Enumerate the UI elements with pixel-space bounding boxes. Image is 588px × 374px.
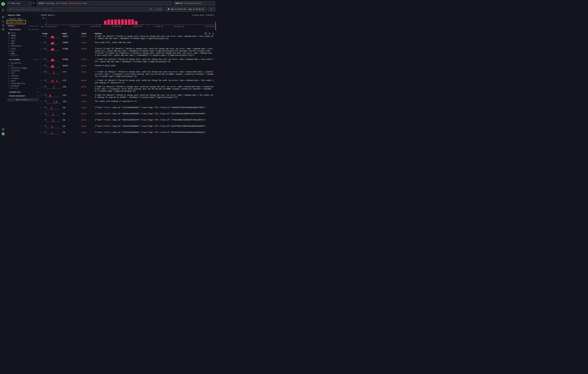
histogram-bar[interactable] [135,21,137,25]
row-expand-chevron-icon[interactable] [40,112,43,115]
table-row[interactable]: 60~58error{"level":"error","span_id":"b9… [40,136,215,138]
service-item-cainjector[interactable]: cainjector [8,70,21,72]
collapse-panel-icon[interactable] [2,9,4,11]
row-expand-chevron-icon[interactable] [40,131,43,134]
row-expand-chevron-icon[interactable] [40,48,43,50]
row-pattern[interactable]: ×{"code":13,"details":"failed to charge … [95,58,215,63]
row-pattern[interactable]: {"code":13,"details":"failed to charge c… [95,94,215,98]
checkbox-icon[interactable] [8,43,10,44]
checkbox-icon[interactable] [8,75,10,77]
checkbox-icon[interactable] [8,53,10,54]
histogram-bar[interactable] [128,19,131,25]
scopeversion-group-header[interactable]: › ScopeVersion [8,91,39,93]
service-item-accounting[interactable]: accounting [8,62,21,64]
table-row[interactable]: 60~116errorThe credit card (ending <*> e… [40,99,215,105]
table-row[interactable]: 60~58error{"level":"error","span_id":"cd… [40,124,215,130]
checkbox-icon[interactable] [8,62,10,64]
severity-clear-link[interactable]: Clear [34,29,39,30]
histogram-bar[interactable] [111,20,113,25]
checkbox-checked-icon[interactable]: ✓ [8,32,10,34]
source-select[interactable]: Demo Logs ▲▼ [7,1,32,5]
row-expand-chevron-icon[interactable] [40,71,43,73]
row-pattern[interactable]: Failed to place order [95,64,215,67]
checkbox-icon[interactable] [8,78,10,79]
search-input[interactable] [9,8,150,10]
checkbox-icon[interactable] [8,65,10,66]
checkbox-icon[interactable] [8,72,10,74]
mode-results-table[interactable]: Results Table [8,17,33,20]
checkbox-icon[interactable] [8,40,10,41]
checkbox-icon[interactable] [8,70,10,71]
row-pattern[interactable]: {"level":"error","span_id":"b92b54b6882b… [95,137,215,138]
table-row[interactable]: 120~116error{"code":13,"details":"failed… [40,85,215,93]
orderby-bar[interactable]: ORDER BY TimestampTime DESC [173,1,215,5]
row-pattern[interactable]: {"level":"error","span_id":"6b64c6c58842… [95,119,215,121]
service-item-artillery-loadgen[interactable]: artillery-loadgen [8,67,27,69]
checkbox-icon[interactable] [8,83,10,84]
user-avatar[interactable]: U [1,132,5,135]
row-expand-chevron-icon[interactable] [40,64,43,67]
pin-icon[interactable] [31,29,33,30]
table-row[interactable]: 22K~97360error{"error":{"code":13,"detai… [40,47,215,57]
severity-item-ERROR[interactable]: ERROR [8,34,16,37]
table-row[interactable]: 60~58error{"level":"error","span_id":"0c… [40,105,215,112]
histogram-bar[interactable] [131,20,134,25]
checkbox-icon[interactable] [8,85,10,87]
severity-item-fatal[interactable]: fatal [8,37,16,40]
service-item-ad[interactable]: ad [8,64,13,67]
checkbox-icon[interactable] [8,80,10,82]
results-histogram[interactable]: 80K 0 Sep 11 3:30:00 PM7:30:00 PM10:30:0… [46,18,214,25]
service-group-header[interactable]: ▾ ServiceName [8,59,39,61]
table-row[interactable]: 60~116error{"code":13,"details":"failed … [40,93,215,99]
row-pattern[interactable]: {"level":"error","span_id":"cddc331329e6… [95,125,215,127]
row-expand-chevron-icon[interactable] [40,79,43,82]
row-expand-chevron-icon[interactable] [40,94,43,96]
checkbox-icon[interactable] [8,45,10,47]
select-query-bar[interactable]: SELECT Timestamp, ServiceName, SeverityT… [37,1,172,5]
checkbox-icon[interactable] [8,67,10,69]
clear-all-link[interactable]: Clear all [30,25,38,27]
row-expand-chevron-icon[interactable] [40,100,43,103]
severity-item-Information[interactable]: Information [8,45,21,47]
help-button[interactable]: ? [1,128,5,131]
service-item-checkout[interactable]: checkout [8,75,19,77]
row-pattern[interactable]: {"code":13,"details":"failed to charge c… [95,86,215,92]
pin-icon[interactable] [37,59,39,61]
histogram-bar[interactable] [104,20,106,25]
histogram-bar[interactable] [114,20,117,25]
severity-item-error[interactable]: ✓error [8,32,16,34]
app-logo[interactable] [1,2,5,6]
search-icon[interactable] [29,29,31,30]
pin-icon[interactable] [37,91,39,93]
row-expand-chevron-icon[interactable] [40,125,43,127]
severity-item-info[interactable]: info [8,40,15,42]
checkbox-icon[interactable] [8,38,10,39]
date-range-picker[interactable]: Sep 11 15:47:14 - Sep 12 15:47:14 [165,7,206,11]
table-row[interactable]: 60~58error{"level":"error","span_id":"eb… [40,112,215,118]
severity-item-INFO[interactable]: INFO [8,42,15,44]
run-query-button[interactable] [208,7,215,11]
row-pattern[interactable]: {"level":"error","span_id":"0c11220615ba… [95,106,215,109]
row-expand-chevron-icon[interactable] [40,41,43,44]
table-row[interactable]: 22K~97069error×{"code":13,"details":"fai… [40,57,215,63]
service-item-email[interactable]: email [8,80,16,82]
checkbox-icon[interactable] [8,48,10,49]
histogram-bar[interactable] [107,20,110,25]
search-logs-icon[interactable] [2,16,4,18]
more-filters-button[interactable]: More filters▾ [7,98,39,101]
severity-item-trace[interactable]: trace [8,47,16,50]
row-pattern[interactable]: The credit card (ending <*> expired on <… [95,100,215,102]
service-item-cart[interactable]: cart [8,72,15,74]
client-sessions-icon[interactable] [2,24,4,27]
resourceschemaurl-group-header[interactable]: › ResourceSchemaUrl [8,95,39,97]
row-pattern[interactable]: {"error":{"code":13,"details":"failed to… [95,48,215,56]
histogram-bar[interactable] [121,19,124,25]
severity-item-WARN[interactable]: WARN [8,52,15,55]
pin-icon[interactable] [37,95,39,97]
service-item-frontend[interactable]: frontend [8,85,19,87]
table-row[interactable]: 24K~98058errorVisa cache full: cannot ad… [40,40,215,47]
service-show-more[interactable]: › Show more [8,87,18,89]
table-row[interactable]: 60~58error{"level":"error","span_id":"6b… [40,118,215,124]
service-item-fraud-detection[interactable]: fraud-detection [8,82,25,85]
row-expand-chevron-icon[interactable] [40,106,43,109]
